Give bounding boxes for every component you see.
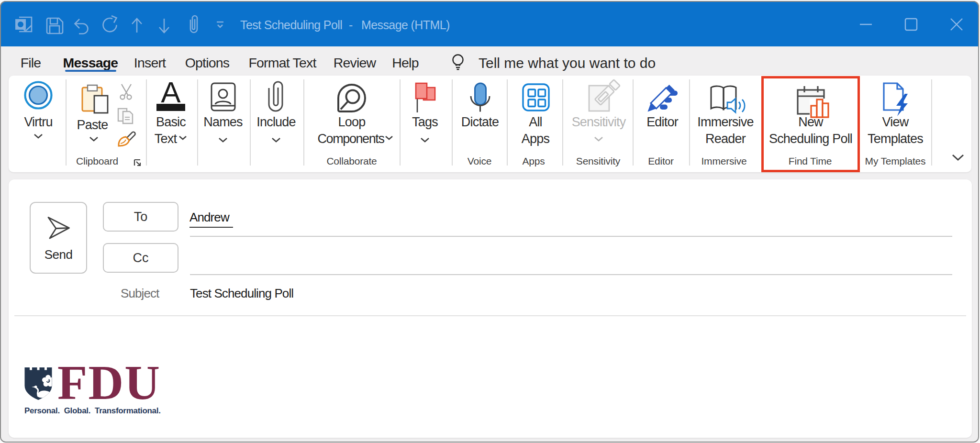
svg-text:A: A <box>161 76 181 109</box>
